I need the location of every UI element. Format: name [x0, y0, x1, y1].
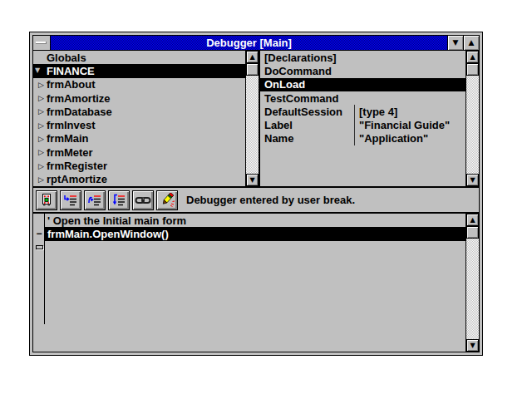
object-list-item[interactable]: ▷ frmDatabase	[33, 105, 245, 118]
expand-marker-icon[interactable]: ▷	[33, 107, 47, 116]
object-label: frmDatabase	[47, 106, 112, 118]
expand-marker-icon[interactable]: ▷	[33, 81, 47, 89]
window-menu-dash-icon	[36, 42, 47, 44]
scroll-track[interactable]	[246, 76, 259, 174]
step-down-button[interactable]	[108, 190, 130, 210]
window-menu-button[interactable]	[33, 36, 51, 50]
stop-light-icon	[39, 193, 54, 207]
code-gutter[interactable]	[33, 214, 45, 227]
property-label: [Declarations]	[260, 51, 354, 64]
scroll-up-icon: ▲	[470, 217, 475, 224]
collapse-marker-icon[interactable]: ▼	[33, 66, 47, 75]
property-list-item[interactable]: Label "Financial Guide"	[260, 118, 466, 131]
maximize-icon: ▲	[469, 39, 475, 47]
object-list-item[interactable]: ▷ frmInvest	[33, 118, 245, 131]
object-label: frmAmortize	[47, 92, 111, 105]
scroll-down-icon: ▼	[249, 177, 254, 184]
scroll-up-button[interactable]: ▲	[466, 51, 479, 63]
object-list-item[interactable]: ▷ rptAmortize	[33, 173, 245, 186]
property-list-item[interactable]: TestCommand	[260, 91, 466, 105]
step-into-button[interactable]	[60, 190, 81, 210]
minimize-icon: ▼	[453, 39, 459, 47]
expand-marker-icon[interactable]: ▷	[33, 94, 47, 102]
maximize-button[interactable]: ▲	[463, 36, 479, 50]
link-icon	[135, 194, 151, 207]
scroll-up-button[interactable]: ▲	[246, 51, 259, 63]
code-line-selected[interactable]: − frmMain.OpenWindow()	[33, 227, 466, 240]
scroll-down-icon: ▼	[470, 177, 475, 184]
property-list-item-selected[interactable]: OnLoad	[260, 78, 466, 91]
object-list-item[interactable]: ▷ frmMain	[33, 132, 245, 145]
status-message: Debugger entered by user break.	[186, 194, 355, 206]
scroll-up-icon: ▲	[470, 54, 475, 61]
property-label: OnLoad	[260, 78, 354, 91]
property-list-item[interactable]: [Declarations]	[260, 51, 466, 64]
code-scrollbar[interactable]: ▲ ▼	[466, 214, 479, 352]
property-pane: [Declarations] DoCommand OnLoad TestComm…	[260, 51, 479, 186]
step-over-icon	[87, 194, 102, 207]
minimize-button[interactable]: ▼	[447, 36, 463, 50]
object-list-item[interactable]: ▷ frmRegister	[33, 159, 245, 172]
code-editor[interactable]: ' Open the Initial main form − frmMain.O…	[33, 214, 466, 352]
object-list-item[interactable]: Globals	[33, 51, 245, 64]
object-list-item[interactable]: ▷ frmAbout	[33, 78, 245, 91]
expand-marker-icon[interactable]: ▷	[33, 135, 47, 143]
step-down-icon	[111, 194, 126, 207]
property-list-scrollbar[interactable]: ▲ ▼	[466, 51, 479, 186]
object-label: FINANCE	[47, 65, 95, 77]
code-line[interactable]	[33, 241, 466, 254]
expand-marker-icon[interactable]: ▷	[33, 148, 47, 156]
object-pane: Globals ▼ FINANCE ▷ frmAbout ▷ frmAmorti…	[33, 51, 259, 186]
object-label: Globals	[47, 52, 86, 64]
window-frame: Debugger [Main] ▼ ▲ Globals ▼ FINANCE	[32, 35, 480, 352]
step-over-button[interactable]	[84, 190, 106, 210]
code-text: frmMain.OpenWindow()	[45, 227, 466, 240]
code-gutter[interactable]: −	[33, 227, 45, 240]
scroll-thumb[interactable]	[466, 226, 479, 239]
code-text	[45, 241, 466, 254]
expand-marker-icon[interactable]: ▷	[33, 121, 47, 130]
debug-toolbar: Debugger entered by user break.	[33, 188, 479, 214]
property-list-item[interactable]: DoCommand	[260, 64, 466, 77]
property-value: [type 4]	[354, 105, 466, 118]
property-list-item[interactable]: DefaultSession [type 4]	[260, 105, 466, 118]
property-label: DefaultSession	[260, 105, 354, 118]
code-text: ' Open the Initial main form	[45, 214, 466, 227]
edit-pencil-icon	[160, 193, 175, 207]
edit-pencil-button[interactable]	[156, 190, 178, 210]
expand-marker-icon[interactable]: ▷	[33, 162, 47, 170]
object-list-scrollbar[interactable]: ▲ ▼	[245, 51, 259, 186]
expand-marker-icon[interactable]: ▷	[33, 175, 47, 184]
scroll-thumb[interactable]	[466, 63, 479, 76]
object-label: frmRegister	[47, 160, 107, 172]
property-label: Label	[260, 118, 354, 131]
property-label: DoCommand	[260, 64, 354, 77]
object-list: Globals ▼ FINANCE ▷ frmAbout ▷ frmAmorti…	[33, 51, 245, 186]
scroll-down-button[interactable]: ▼	[466, 174, 479, 186]
object-list-item[interactable]: ▷ frmMeter	[33, 145, 245, 159]
object-list-item-selected[interactable]: ▼ FINANCE	[33, 64, 245, 77]
stop-light-button[interactable]	[36, 190, 57, 210]
scroll-track[interactable]	[466, 76, 479, 174]
title-bar[interactable]: Debugger [Main] ▼ ▲	[33, 36, 479, 51]
object-list-item[interactable]: ▷ frmAmortize	[33, 91, 245, 105]
code-line[interactable]: ' Open the Initial main form	[33, 214, 466, 227]
current-position-marker-icon	[36, 245, 43, 249]
scroll-up-button[interactable]: ▲	[466, 214, 479, 226]
property-label: TestCommand	[260, 91, 354, 105]
scroll-track[interactable]	[466, 239, 479, 339]
scroll-down-button[interactable]: ▼	[466, 339, 479, 352]
scroll-up-icon: ▲	[249, 54, 254, 61]
scroll-down-button[interactable]: ▼	[246, 174, 259, 186]
property-label: Name	[260, 132, 354, 145]
link-button[interactable]	[132, 190, 154, 210]
object-label: frmAbout	[47, 78, 96, 91]
object-label: frmMain	[47, 132, 89, 145]
step-into-icon	[63, 194, 78, 207]
property-list-item[interactable]: Name "Application"	[260, 132, 466, 145]
window-title: Debugger [Main]	[51, 36, 447, 50]
object-label: frmMeter	[47, 146, 93, 159]
scroll-thumb[interactable]	[246, 63, 259, 76]
code-gutter[interactable]	[33, 241, 45, 254]
browser-panes: Globals ▼ FINANCE ▷ frmAbout ▷ frmAmorti…	[33, 51, 479, 188]
